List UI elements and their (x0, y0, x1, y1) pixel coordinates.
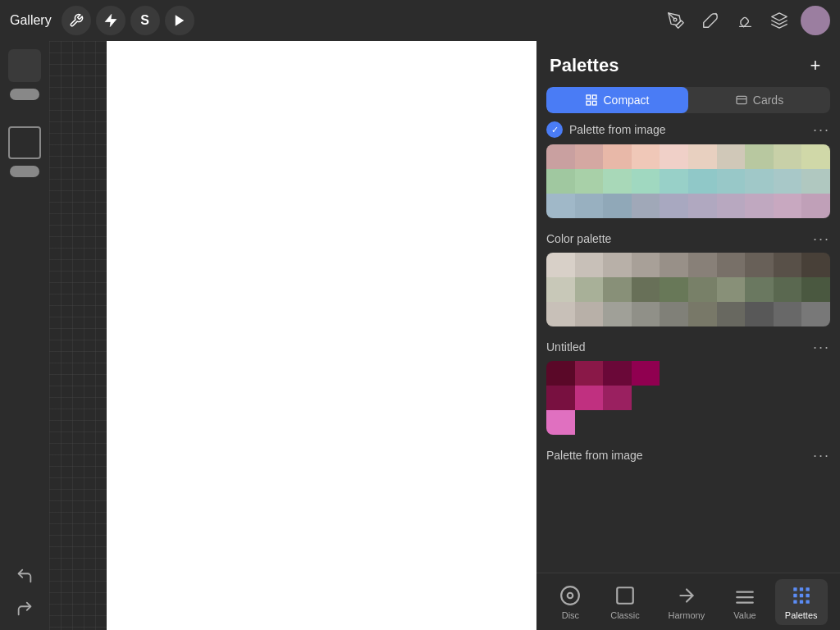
swatch[interactable] (717, 253, 746, 277)
swatch[interactable] (632, 169, 660, 194)
swatch[interactable] (575, 302, 604, 326)
swatch[interactable] (632, 277, 660, 302)
swatch[interactable] (632, 361, 660, 386)
swatch[interactable] (546, 194, 575, 218)
s-tool-icon[interactable]: S (130, 6, 160, 35)
palette-scroll[interactable]: ✓ Palette from image ··· (536, 121, 840, 573)
swatch[interactable] (546, 302, 575, 326)
swatch[interactable] (801, 144, 830, 169)
swatch[interactable] (603, 302, 632, 326)
swatch[interactable] (688, 277, 717, 302)
swatch[interactable] (688, 253, 717, 277)
swatch[interactable] (546, 169, 575, 194)
brush-icon[interactable] (697, 7, 724, 34)
swatch[interactable] (660, 194, 688, 218)
swatch[interactable] (632, 302, 660, 326)
swatch[interactable] (575, 386, 604, 410)
swatch[interactable] (546, 253, 575, 277)
swatch[interactable] (660, 277, 688, 302)
swatch[interactable] (745, 253, 774, 277)
tab-compact[interactable]: Compact (546, 87, 688, 113)
sidebar-slider-1[interactable] (10, 89, 39, 100)
palette-item-1-grid[interactable] (546, 253, 830, 326)
eraser-icon[interactable] (732, 7, 758, 34)
swatch[interactable] (717, 277, 746, 302)
swatch[interactable] (745, 277, 774, 302)
swatch[interactable] (660, 169, 688, 194)
swatch[interactable] (632, 194, 660, 218)
swatch[interactable] (603, 277, 632, 302)
swatch[interactable] (660, 253, 688, 277)
swatch[interactable] (801, 253, 830, 277)
swatch[interactable] (745, 194, 774, 218)
lightning-icon[interactable] (96, 6, 126, 35)
swatch[interactable] (774, 144, 802, 169)
swatch[interactable] (603, 194, 632, 218)
redo-button[interactable] (11, 596, 38, 622)
layers-icon[interactable] (766, 7, 792, 34)
swatch[interactable] (717, 194, 746, 218)
swatch[interactable] (717, 144, 746, 169)
swatch[interactable] (546, 277, 575, 302)
swatch[interactable] (688, 169, 717, 194)
swatch[interactable] (603, 253, 632, 277)
swatch[interactable] (717, 302, 746, 326)
swatch[interactable] (774, 169, 802, 194)
swatch[interactable] (603, 144, 632, 169)
swatch[interactable] (745, 144, 774, 169)
swatch[interactable] (546, 361, 575, 386)
swatch[interactable] (801, 277, 830, 302)
swatch[interactable] (688, 194, 717, 218)
tab-palettes[interactable]: Palettes (775, 579, 828, 625)
swatch[interactable] (774, 253, 802, 277)
swatch[interactable] (546, 386, 575, 410)
swatch[interactable] (801, 169, 830, 194)
pen-tool-icon[interactable] (663, 7, 689, 34)
tab-value[interactable]: Value (724, 579, 766, 625)
avatar[interactable] (801, 6, 830, 35)
palette-item-3-more[interactable]: ··· (813, 448, 830, 463)
wrench-icon[interactable] (62, 6, 91, 35)
swatch[interactable] (575, 194, 604, 218)
swatch[interactable] (632, 253, 660, 277)
palette-item-0-grid[interactable] (546, 144, 830, 218)
undo-button[interactable] (11, 563, 38, 589)
arrow-tool-icon[interactable] (165, 6, 194, 35)
sidebar-square[interactable] (8, 126, 41, 159)
swatch[interactable] (688, 302, 717, 326)
swatch[interactable] (660, 302, 688, 326)
swatch[interactable] (745, 302, 774, 326)
tab-harmony[interactable]: Harmony (659, 579, 715, 625)
swatch[interactable] (774, 302, 802, 326)
swatch[interactable] (801, 194, 830, 218)
sidebar-slider-2[interactable] (10, 166, 39, 177)
palette-item-1-more[interactable]: ··· (813, 231, 830, 246)
swatch[interactable] (575, 169, 604, 194)
swatch[interactable] (603, 169, 632, 194)
swatch[interactable] (603, 386, 632, 410)
swatch[interactable] (575, 277, 604, 302)
swatch[interactable] (575, 253, 604, 277)
swatch[interactable] (546, 144, 575, 169)
tab-disc[interactable]: Disc (549, 579, 591, 625)
swatch[interactable] (575, 144, 604, 169)
swatch[interactable] (801, 302, 830, 326)
swatch[interactable] (717, 169, 746, 194)
tab-cards[interactable]: Cards (688, 87, 830, 113)
swatch[interactable] (774, 277, 802, 302)
swatch[interactable] (745, 169, 774, 194)
swatch[interactable] (575, 361, 604, 386)
gallery-button[interactable]: Gallery (10, 13, 52, 28)
swatch[interactable] (632, 144, 660, 169)
palette-item-2-grid[interactable] (546, 361, 830, 435)
tab-classic[interactable]: Classic (600, 579, 649, 625)
add-palette-button[interactable]: + (804, 54, 827, 77)
swatch[interactable] (603, 361, 632, 386)
sidebar-tool-1[interactable] (8, 49, 41, 82)
palette-item-2-more[interactable]: ··· (813, 340, 830, 354)
swatch[interactable] (660, 144, 688, 169)
swatch[interactable] (546, 410, 575, 435)
swatch[interactable] (774, 194, 802, 218)
palette-item-0-more[interactable]: ··· (813, 122, 830, 137)
swatch[interactable] (688, 144, 717, 169)
